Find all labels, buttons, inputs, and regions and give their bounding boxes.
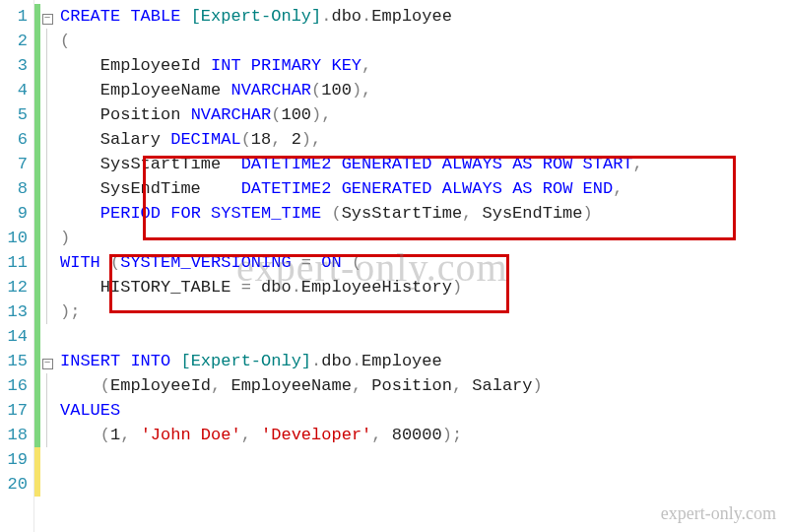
code-line: ); — [60, 299, 788, 324]
fold-toggle-icon[interactable]: − — [42, 359, 53, 369]
line-number: 13 — [0, 299, 30, 324]
fold-column: − − — [40, 0, 54, 532]
code-line: EmployeeId INT PRIMARY KEY, — [60, 53, 788, 78]
line-number: 19 — [0, 447, 30, 472]
code-line: HISTORY_TABLE = dbo.EmployeeHistory) — [60, 275, 788, 299]
code-line: SysEndTime DATETIME2 GENERATED ALWAYS AS… — [60, 176, 788, 201]
line-number: 20 — [0, 472, 30, 497]
line-number: 12 — [0, 275, 30, 299]
line-number: 2 — [0, 29, 30, 53]
line-number: 7 — [0, 152, 30, 176]
code-line: (EmployeeId, EmployeeName, Position, Sal… — [60, 373, 788, 398]
code-line: Salary DECIMAL(18, 2), — [60, 127, 788, 152]
line-number: 5 — [0, 102, 30, 127]
code-line: PERIOD FOR SYSTEM_TIME (SysStartTime, Sy… — [60, 201, 788, 226]
code-line: ( — [60, 29, 788, 53]
line-number: 10 — [0, 226, 30, 250]
code-area[interactable]: CREATE TABLE [Expert-Only].dbo.Employee … — [54, 0, 788, 532]
line-number: 16 — [0, 373, 30, 398]
line-number: 14 — [0, 324, 30, 349]
code-line: Position NVARCHAR(100), — [60, 102, 788, 127]
line-number: 17 — [0, 398, 30, 423]
line-number: 3 — [0, 53, 30, 78]
line-number-gutter: 1 2 3 4 5 6 7 8 9 10 11 12 13 14 15 16 1… — [0, 0, 34, 532]
line-number: 11 — [0, 250, 30, 275]
line-number: 4 — [0, 78, 30, 102]
line-number: 18 — [0, 423, 30, 447]
code-line: VALUES — [60, 398, 788, 423]
line-number: 8 — [0, 176, 30, 201]
line-number: 1 — [0, 4, 30, 29]
line-number: 9 — [0, 201, 30, 226]
code-line: CREATE TABLE [Expert-Only].dbo.Employee — [60, 4, 788, 29]
line-number: 6 — [0, 127, 30, 152]
code-line: (1, 'John Doe', 'Developer', 80000); — [60, 423, 788, 447]
code-line: ) — [60, 226, 788, 250]
code-line: INSERT INTO [Expert-Only].dbo.Employee — [60, 349, 788, 373]
code-line: EmployeeName NVARCHAR(100), — [60, 78, 788, 102]
fold-toggle-icon[interactable]: − — [42, 14, 53, 25]
code-line: SysStartTime DATETIME2 GENERATED ALWAYS … — [60, 152, 788, 176]
code-editor: 1 2 3 4 5 6 7 8 9 10 11 12 13 14 15 16 1… — [0, 0, 788, 532]
code-line — [60, 324, 788, 349]
line-number: 15 — [0, 349, 30, 373]
code-line: WITH (SYSTEM_VERSIONING = ON ( — [60, 250, 788, 275]
